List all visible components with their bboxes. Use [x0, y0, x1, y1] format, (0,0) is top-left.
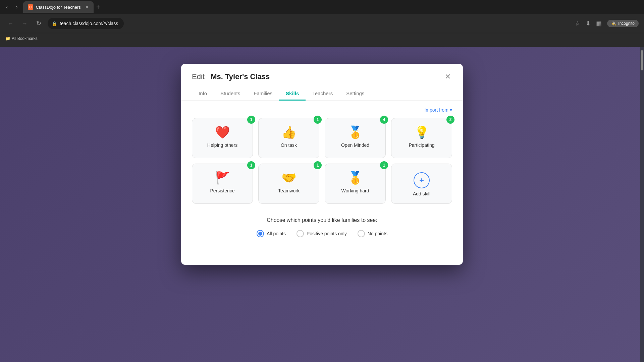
tab-families[interactable]: Families: [247, 87, 279, 101]
modal-tabs: InfoStudentsFamiliesSkillsTeachersSettin…: [181, 87, 463, 101]
lock-icon: 🔒: [52, 21, 57, 26]
new-tab-btn[interactable]: +: [96, 3, 100, 11]
tab-back-btn[interactable]: ‹: [3, 3, 10, 11]
skill-name: Open Minded: [341, 142, 369, 148]
tab-settings[interactable]: Settings: [339, 87, 371, 101]
radio-inner-dot: [258, 232, 262, 236]
skill-count-badge: 1: [380, 161, 388, 169]
skill-card-working-hard[interactable]: 1🥇Working hard: [325, 164, 386, 204]
page-background: Edit Ms. Tyler's Class ✕ InfoStudentsFam…: [0, 47, 644, 362]
modal-title: Edit Ms. Tyler's Class: [192, 72, 270, 81]
skills-grid: 1❤️Helping others1👍On task4🥇Open Minded2…: [192, 118, 452, 204]
skill-count-badge: 1: [247, 116, 255, 124]
radio-label: No points: [368, 231, 387, 236]
modal-title-edit: Edit: [192, 72, 205, 81]
import-label: Import from: [424, 107, 448, 113]
radio-option-all[interactable]: All points: [257, 230, 286, 237]
bookmarks-folder[interactable]: 📁 All Bookmarks: [5, 36, 38, 41]
bookmark-star-icon[interactable]: ☆: [575, 20, 580, 27]
download-icon[interactable]: ⬇: [586, 20, 591, 27]
skill-emoji: 🚩: [215, 171, 230, 185]
tab-favicon: D: [28, 4, 33, 10]
forward-btn[interactable]: →: [19, 18, 30, 28]
skill-card-persistence[interactable]: 1🚩Persistence: [192, 164, 253, 204]
address-wrapper: 🔒: [48, 18, 567, 29]
scrollbar-thumb[interactable]: [641, 50, 643, 70]
skill-name: Persistence: [210, 188, 234, 194]
tab-title: ClassDojo for Teachers: [36, 5, 81, 10]
incognito-label: Incognito: [618, 21, 635, 26]
import-from-btn[interactable]: Import from ▾: [424, 107, 452, 113]
radio-option-positive[interactable]: Positive points only: [297, 230, 347, 237]
sidebar-icon[interactable]: ▦: [596, 20, 602, 27]
reload-btn[interactable]: ↻: [34, 18, 44, 28]
tab-close-btn[interactable]: ✕: [85, 4, 89, 10]
skill-name: On task: [281, 142, 297, 148]
skill-emoji: 🥇: [348, 171, 363, 185]
radio-button[interactable]: [358, 230, 365, 237]
skill-card-on-task[interactable]: 1👍On task: [258, 118, 319, 158]
skill-emoji: 👍: [281, 125, 297, 139]
skill-count-badge: 4: [380, 116, 388, 124]
address-bar: ← → ↻ 🔒 ☆ ⬇ ▦ 🕵 Incognito: [0, 14, 644, 33]
add-skill-label: Add skill: [413, 191, 430, 196]
radio-button[interactable]: [297, 230, 304, 237]
skill-card-helping-others[interactable]: 1❤️Helping others: [192, 118, 253, 158]
bookmarks-label: All Bookmarks: [12, 36, 38, 41]
tab-teachers[interactable]: Teachers: [306, 87, 339, 101]
points-section: Choose which points you'd like families …: [192, 215, 452, 237]
tab-info[interactable]: Info: [192, 87, 214, 101]
active-tab[interactable]: D ClassDojo for Teachers ✕: [23, 1, 94, 13]
import-chevron-icon: ▾: [450, 107, 452, 113]
skill-emoji: 💡: [414, 125, 429, 139]
modal-title-class: Ms. Tyler's Class: [211, 72, 270, 81]
skill-name: Participating: [409, 142, 434, 148]
url-bar[interactable]: [48, 18, 124, 29]
skill-emoji: 🥇: [348, 125, 363, 139]
modal-header: Edit Ms. Tyler's Class ✕: [181, 64, 463, 82]
radio-button[interactable]: [257, 230, 264, 237]
page-scrollbar[interactable]: [640, 47, 644, 362]
tab-students[interactable]: Students: [214, 87, 247, 101]
radio-group: All pointsPositive points onlyNo points: [192, 230, 452, 237]
incognito-icon: 🕵: [611, 21, 616, 26]
radio-option-none[interactable]: No points: [358, 230, 387, 237]
skill-card-open-minded[interactable]: 4🥇Open Minded: [325, 118, 386, 158]
bookmarks-bar: 📁 All Bookmarks: [0, 33, 644, 44]
folder-icon: 📁: [5, 36, 10, 41]
import-row: Import from ▾: [192, 107, 452, 113]
skill-card-participating[interactable]: 2💡Participating: [391, 118, 452, 158]
modal-content: Import from ▾ 1❤️Helping others1👍On task…: [181, 101, 463, 248]
skill-name: Helping others: [207, 142, 237, 148]
radio-label: Positive points only: [307, 231, 347, 236]
skill-count-badge: 2: [446, 116, 454, 124]
edit-modal: Edit Ms. Tyler's Class ✕ InfoStudentsFam…: [181, 64, 463, 265]
tab-forward-btn[interactable]: ›: [13, 3, 20, 11]
add-circle-icon: +: [414, 172, 430, 188]
tab-skills[interactable]: Skills: [279, 87, 306, 101]
incognito-btn[interactable]: 🕵 Incognito: [607, 20, 639, 27]
tab-bar: ‹ › D ClassDojo for Teachers ✕ +: [0, 0, 644, 14]
address-right-icons: ☆ ⬇ ▦ 🕵 Incognito: [575, 20, 639, 27]
skill-count-badge: 1: [247, 161, 255, 169]
browser-chrome: ‹ › D ClassDojo for Teachers ✕ + ← → ↻ 🔒…: [0, 0, 644, 47]
add-skill-card[interactable]: +Add skill: [391, 164, 452, 204]
points-question: Choose which points you'd like families …: [192, 217, 452, 223]
modal-close-btn[interactable]: ✕: [443, 72, 452, 82]
radio-label: All points: [267, 231, 286, 236]
skill-name: Working hard: [341, 188, 369, 194]
skill-emoji: ❤️: [215, 125, 230, 139]
skill-count-badge: 1: [314, 161, 322, 169]
skill-count-badge: 1: [314, 116, 322, 124]
back-btn[interactable]: ←: [5, 18, 15, 28]
skill-name: Teamwork: [278, 188, 300, 194]
skill-card-teamwork[interactable]: 1🤝Teamwork: [258, 164, 319, 204]
skill-emoji: 🤝: [281, 171, 297, 185]
